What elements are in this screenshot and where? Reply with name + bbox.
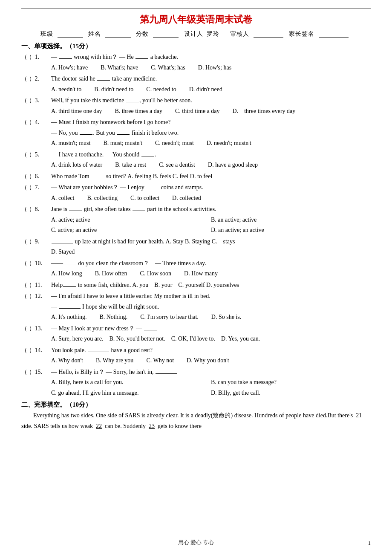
q3-optD: D. three times every day: [233, 106, 296, 117]
q8-optD: D. an active; an active: [211, 225, 371, 236]
top-divider: [21, 9, 371, 9]
score-label: 分数: [136, 31, 149, 37]
question-2: （ ）2. The doctor said he take any medici…: [21, 74, 371, 95]
q13-options: A. Sure, here you are. B. No, you'd bett…: [51, 334, 371, 344]
question-11: （ ）11. Help to some fish, children. A. y…: [21, 280, 371, 291]
question-4: （ ）4. — Must I finish my homework before…: [21, 117, 371, 149]
q7-optD: D. collected: [172, 193, 201, 204]
q4-optB: B. must; mustn't: [103, 138, 142, 149]
q7-optC: C. to collect: [130, 193, 159, 204]
blank-23: 23: [149, 423, 155, 429]
q4-text: — Must I finish my homework before I go …: [51, 117, 371, 128]
q2-text: The doctor said he take any medicine.: [51, 74, 371, 84]
q6-text: Who made Tom so tired? A. feeling B. fee…: [51, 171, 371, 182]
page: 第九周八年级英语周末试卷 班级 姓名 分数 设计人罗玲 审核人 家长签名 一、单…: [0, 0, 392, 555]
q7-options: A. collect B. collecting C. to collect D…: [51, 193, 371, 204]
designer-label: 设计人: [184, 31, 203, 37]
q14-text: You look pale. have a good rest?: [51, 345, 371, 356]
q5-num: （ ）5.: [21, 150, 51, 160]
question-10: （ ）10. —— do you clean the classroom？ — …: [21, 258, 371, 279]
q5-options: A. drink lots of water B. take a rest C.…: [51, 160, 371, 171]
name-field[interactable]: [105, 31, 131, 38]
q4-num: （ ）4.: [21, 117, 51, 128]
class-label: 班级: [40, 31, 53, 37]
q1-optA: A. How's; have: [51, 63, 88, 73]
q3-optC: C. third time a day: [175, 106, 220, 117]
q12-options: A. It's nothing. B. Nothing. C. I'm sorr…: [51, 312, 371, 323]
question-12: （ ）12. — I'm afraid I have to leave a li…: [21, 291, 371, 323]
q14-optD: D. Why you don't: [187, 356, 229, 366]
parent-field[interactable]: [319, 31, 349, 38]
q15-optB: B. can you take a message?: [211, 377, 371, 388]
q10-optD: D. How many: [184, 269, 218, 279]
q15-optA: A. Billy, here is a call for you.: [51, 377, 211, 388]
q7-num: （ ）7.: [21, 182, 51, 193]
score-field[interactable]: [153, 31, 179, 38]
q4-optD: D. needn't; mustn't: [207, 138, 251, 149]
q8-optA: A. active; active: [51, 215, 211, 225]
q3-optB: B. three times a day: [115, 106, 162, 117]
q2-optD: D. didn't need: [189, 84, 222, 95]
q8-options: A. active; active B. an active; active C…: [51, 215, 371, 236]
q12-subtext: — I hope she will be all right soon.: [51, 302, 371, 312]
q15-options: A. Billy, here is a call for you. B. can…: [51, 377, 371, 398]
q10-optB: B. How often: [95, 269, 127, 279]
footer-page: 1: [368, 540, 371, 546]
q12-num: （ ）12.: [21, 291, 51, 302]
q10-num: （ ）10.: [21, 258, 51, 269]
q14-optB: B. Why are you: [96, 356, 133, 366]
question-14: （ ）14. You look pale. have a good rest? …: [21, 345, 371, 366]
reviewer-field[interactable]: [254, 31, 283, 38]
q12-text: — I'm afraid I have to leave a little ea…: [51, 291, 371, 302]
q4-options: A. mustn't; must B. must; mustn't C. nee…: [51, 138, 371, 149]
q15-num: （ ）15.: [21, 367, 51, 378]
q10-text: —— do you clean the classroom？ — Three t…: [51, 258, 371, 269]
q4-optC: C. needn't; must: [155, 138, 194, 149]
q12-optB: B. Nothing.: [99, 312, 127, 323]
q15-optC: C. go ahead, I'll give him a message.: [51, 388, 211, 399]
q9-optD: D. Stayed: [51, 247, 371, 257]
q12-optC: C. I'm sorry to hear that.: [140, 312, 199, 323]
section1-title: 一、单项选择。（15分）: [21, 42, 371, 50]
q9-text: up late at night is bad for your health.…: [51, 237, 371, 247]
q1-optD: D. How's; has: [198, 63, 231, 73]
q11-text: Help to some fish, children. A. you B. y…: [51, 280, 371, 291]
blank-22: 22: [96, 423, 102, 429]
q14-options: A. Why don't B. Why are you C. Why not D…: [51, 356, 371, 366]
q12-optD: D. So she is.: [211, 312, 241, 323]
question-9: （ ）9. up late at night is bad for your h…: [21, 237, 371, 257]
q1-optC: C. What's; has: [151, 63, 185, 73]
question-7: （ ）7. — What are your hobbies？ — I enjoy…: [21, 182, 371, 203]
q2-options: A. needn't to B. didn't need to C. neede…: [51, 84, 371, 95]
q1-text: — wrong with him？ — He a backache.: [51, 52, 371, 63]
q2-optA: A. needn't to: [51, 84, 81, 95]
question-8: （ ）8. Jane is girl, she often takes part…: [21, 204, 371, 236]
q2-optC: C. needed to: [146, 84, 176, 95]
q15-optD: D. Billy, get the call.: [211, 388, 371, 399]
parent-label: 家长签名: [289, 31, 314, 37]
header-info: 班级 姓名 分数 设计人罗玲 审核人 家长签名: [21, 30, 371, 38]
q8-optB: B. an active; active: [211, 215, 371, 225]
q3-options: A. third time one day B. three times a d…: [51, 106, 371, 117]
question-13: （ ）13. — May I look at your new dress？ —…: [21, 324, 371, 344]
q7-text: — What are your hobbies？ — I enjoy coins…: [51, 182, 371, 193]
class-field[interactable]: [58, 31, 83, 38]
q13-text: — May I look at your new dress？ —: [51, 324, 371, 334]
q1-options: A. How's; have B. What's; have C. What's…: [51, 63, 371, 73]
q14-num: （ ）14.: [21, 345, 51, 356]
q8-optC: C. active; an active: [51, 225, 211, 236]
q5-text: — I have a toothache. — You should .: [51, 150, 371, 160]
q14-optC: C. Why not: [146, 356, 174, 366]
footer-text: 用心 爱心 专心: [0, 539, 392, 546]
q1-num: （ ）1.: [21, 52, 51, 63]
q2-num: （ ）2.: [21, 74, 51, 84]
q13-num: （ ）13.: [21, 324, 51, 334]
q5-optC: C. see a dentist: [159, 160, 195, 171]
q10-optA: A. How long: [51, 269, 82, 279]
q3-num: （ ）3.: [21, 95, 51, 106]
page-title: 第九周八年级英语周末试卷: [21, 13, 371, 26]
q5-optB: B. take a rest: [115, 160, 146, 171]
q3-optA: A. third time one day: [51, 106, 102, 117]
q9-num: （ ）9.: [21, 237, 51, 247]
q11-num: （ ）11.: [21, 280, 51, 291]
